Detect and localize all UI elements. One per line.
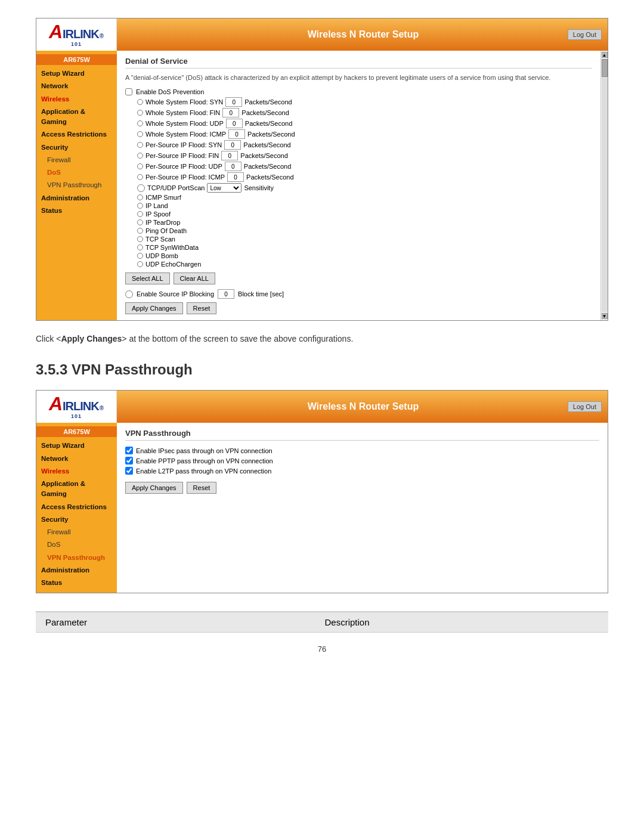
airlink-logo-2: A IRLINK ® <box>49 394 104 413</box>
scroll-thumb-1 <box>602 59 608 77</box>
sidebar2-admin[interactable]: Administration <box>36 564 117 577</box>
dos-main-content: Denial of Service A "denial-of-service" … <box>117 51 600 320</box>
description-text: Click <Apply Changes> at the bottom of t… <box>36 334 608 343</box>
dos-reset-btn[interactable]: Reset <box>187 302 217 314</box>
l2tp-checkbox[interactable] <box>125 467 133 475</box>
ip-teardrop-radio[interactable] <box>137 219 143 225</box>
sidebar-app-gaming-1[interactable]: Application & Gaming <box>36 106 117 129</box>
sidebar-1: AR675W Setup Wizard Network Wireless App… <box>36 51 117 320</box>
select-all-btn[interactable]: Select ALL <box>125 272 170 284</box>
sidebar2-network[interactable]: Network <box>36 453 117 465</box>
enable-dos-checkbox[interactable] <box>125 88 132 95</box>
sidebar2-status[interactable]: Status <box>36 577 117 589</box>
ping-death-radio[interactable] <box>137 228 143 234</box>
ip-spoof-radio[interactable] <box>137 211 143 217</box>
clear-all-btn[interactable]: Clear ALL <box>174 272 215 284</box>
flood-per-fin-radio[interactable] <box>137 153 143 159</box>
sidebar2-wireless[interactable]: Wireless <box>36 465 117 478</box>
flood-per-icmp-radio[interactable] <box>137 174 143 180</box>
section-title: VPN Passthrough <box>72 361 193 377</box>
flood-per-udp-radio[interactable] <box>137 163 143 169</box>
sidebar-setup-wizard-1[interactable]: Setup Wizard <box>36 67 117 80</box>
sidebar-network-1[interactable]: Network <box>36 80 117 92</box>
ipsec-checkbox[interactable] <box>125 447 133 454</box>
logo-a-1: A <box>49 22 63 41</box>
source-ip-radio[interactable] <box>125 290 133 298</box>
vpn-reset-btn[interactable]: Reset <box>187 482 217 494</box>
flood-syn-radio[interactable] <box>137 99 143 105</box>
icmp-smurf-radio[interactable] <box>137 194 143 200</box>
flood-udp-input[interactable] <box>226 119 243 128</box>
flood-icmp-label: Whole System Flood: ICMP <box>145 131 226 138</box>
flood-per-icmp-label: Per-Source IP Flood: ICMP <box>145 174 225 181</box>
sidebar-access-restrictions-1[interactable]: Access Restrictions <box>36 128 117 141</box>
ip-land-radio[interactable] <box>137 203 143 209</box>
sidebar-dos-1[interactable]: DoS <box>36 166 117 179</box>
udp-bomb-label: UDP Bomb <box>145 252 178 259</box>
dos-apply-btn[interactable]: Apply Changes <box>125 302 183 314</box>
icmp-smurf-label: ICMP Smurf <box>145 194 181 201</box>
dos-title-text: Wireless N Router Setup <box>308 29 419 40</box>
sidebar-vpn-1[interactable]: VPN Passthrough <box>36 179 117 191</box>
sidebar-security-1[interactable]: Security <box>36 141 117 154</box>
flood-per-icmp-input[interactable] <box>227 172 244 182</box>
flood-fin-radio[interactable] <box>137 110 143 116</box>
sidebar2-security[interactable]: Security <box>36 513 117 526</box>
dos-header-row: A IRLINK ® 101 Wireless N Router Setup L… <box>36 18 608 51</box>
flood-per-fin-input[interactable] <box>221 151 238 160</box>
enable-dos-label: Enable DoS Prevention <box>136 88 204 95</box>
tcp-syn-data-radio[interactable] <box>137 244 143 250</box>
sensitivity-label: Sensitivity <box>244 184 274 191</box>
flood-per-syn-input[interactable] <box>224 140 241 150</box>
scroll-up-1[interactable]: ▲ <box>602 52 608 58</box>
pptp-checkbox[interactable] <box>125 457 133 465</box>
tcp-scan-radio[interactable] <box>137 236 143 242</box>
sidebar2-access-restrictions[interactable]: Access Restrictions <box>36 501 117 513</box>
sidebar2-firewall[interactable]: Firewall <box>36 526 117 538</box>
flood-per-syn-radio[interactable] <box>137 142 143 148</box>
dos-apply-row: Apply Changes Reset <box>125 302 592 314</box>
sidebar2-app-gaming[interactable]: Application & Gaming <box>36 478 117 501</box>
flood-icmp-radio[interactable] <box>137 131 143 137</box>
flood-per-udp-row: Per-Source IP Flood: UDP Packets/Second <box>125 162 592 171</box>
tcp-scan-label: TCP Scan <box>145 236 175 243</box>
ping-death-row: Ping Of Death <box>125 227 592 234</box>
vpn-title-text: Wireless N Router Setup <box>308 401 419 412</box>
udp-bomb-radio[interactable] <box>137 253 143 259</box>
ip-spoof-label: IP Spoof <box>145 210 171 218</box>
vpn-apply-btn[interactable]: Apply Changes <box>125 482 183 494</box>
flood-syn-label: Whole System Flood: SYN <box>145 98 223 106</box>
flood-per-icmp-row: Per-Source IP Flood: ICMP Packets/Second <box>125 172 592 182</box>
sidebar-status-1[interactable]: Status <box>36 205 117 217</box>
sidebar2-vpn[interactable]: VPN Passthrough <box>36 552 117 564</box>
tcp-syn-data-label: TCP SynWithData <box>145 244 199 251</box>
scroll-track-1 <box>602 59 608 312</box>
logo-area-1: A IRLINK ® 101 <box>36 18 117 51</box>
sidebar2-dos[interactable]: DoS <box>36 538 117 551</box>
sidebar2-setup-wizard[interactable]: Setup Wizard <box>36 439 117 452</box>
scroll-down-1[interactable]: ▼ <box>602 313 608 319</box>
pptp-row: Enable PPTP pass through on VPN connecti… <box>125 457 599 465</box>
scrollbar-1[interactable]: ▲ ▼ <box>600 51 608 320</box>
flood-udp-radio[interactable] <box>137 120 143 126</box>
flood-fin-input[interactable] <box>222 108 239 117</box>
sidebar-admin-1[interactable]: Administration <box>36 192 117 205</box>
block-time-label: Block time [sec] <box>238 290 284 298</box>
tcp-portscan-radio[interactable] <box>137 184 145 192</box>
udp-bomb-row: UDP Bomb <box>125 252 592 259</box>
sensitivity-select[interactable]: Low Medium High <box>207 183 242 193</box>
logout-btn-2[interactable]: Log Out <box>568 401 602 412</box>
ip-spoof-row: IP Spoof <box>125 210 592 218</box>
block-time-input[interactable] <box>218 289 234 299</box>
flood-per-fin-unit: Packets/Second <box>240 152 288 159</box>
flood-per-udp-input[interactable] <box>225 162 242 171</box>
sidebar-firewall-1[interactable]: Firewall <box>36 154 117 166</box>
tcp-portscan-label: TCP/UDP PortScan <box>147 184 205 191</box>
flood-syn-input[interactable] <box>225 97 242 107</box>
vpn-apply-row: Apply Changes Reset <box>125 482 599 494</box>
sidebar-wireless-1[interactable]: Wireless <box>36 93 117 106</box>
udp-echo-radio[interactable] <box>137 261 143 267</box>
logout-btn-1[interactable]: Log Out <box>568 29 602 40</box>
ipsec-row: Enable IPsec pass through on VPN connect… <box>125 447 599 454</box>
flood-icmp-input[interactable] <box>228 129 245 139</box>
